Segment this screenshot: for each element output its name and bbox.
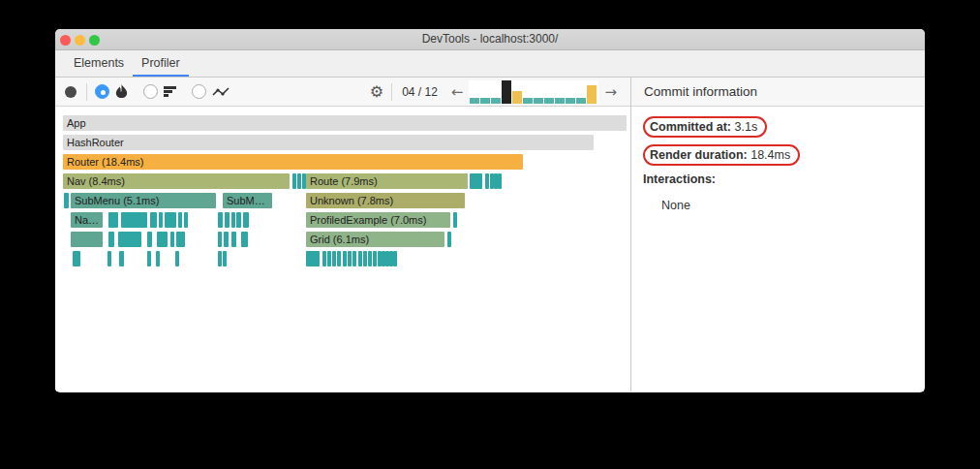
- flame-bar[interactable]: [498, 173, 502, 189]
- flame-bar-grid[interactable]: Grid (6.1ms): [306, 232, 444, 247]
- flame-bar-nav[interactable]: Nav (8.4ms): [63, 173, 290, 189]
- flame-bar-route[interactable]: Route (7.9ms): [306, 173, 468, 189]
- maximize-window-button[interactable]: [89, 35, 100, 46]
- flame-chart: AppHashRouterRouter (18.4ms)Nav (8.4ms)R…: [63, 115, 630, 391]
- flame-bar[interactable]: [358, 251, 362, 266]
- flame-bar[interactable]: [147, 232, 152, 247]
- commit-bar-2[interactable]: [480, 98, 490, 104]
- flame-bar[interactable]: [343, 251, 347, 266]
- commit-selector-chart: [469, 80, 598, 104]
- flame-bar[interactable]: [184, 212, 188, 228]
- render-duration-value: 18.4ms: [748, 148, 790, 162]
- flame-bar[interactable]: [223, 251, 227, 266]
- flame-bar[interactable]: [121, 212, 147, 228]
- flame-bar[interactable]: [218, 212, 223, 228]
- commit-bar-5[interactable]: [512, 91, 522, 104]
- next-commit-arrow[interactable]: →: [604, 83, 617, 101]
- flame-bar[interactable]: [352, 251, 356, 266]
- flame-bar[interactable]: [231, 212, 235, 228]
- flame-bar[interactable]: [241, 232, 248, 247]
- flame-bar[interactable]: [178, 212, 182, 228]
- flame-bar[interactable]: [470, 173, 482, 189]
- flame-bar[interactable]: [156, 251, 160, 266]
- flame-bar[interactable]: [157, 232, 168, 247]
- flame-bar[interactable]: [147, 251, 151, 266]
- settings-gear-icon[interactable]: ⚙: [370, 82, 383, 101]
- record-button[interactable]: [65, 86, 77, 98]
- flame-chart-area: AppHashRouterRouter (18.4ms)Nav (8.4ms)R…: [55, 107, 630, 391]
- flame-bar-hashrouter[interactable]: HashRouter: [63, 135, 594, 150]
- flame-bar[interactable]: [107, 251, 111, 266]
- flame-bar-profiledexample[interactable]: ProfiledExample (7.0ms): [306, 212, 450, 228]
- flame-bar[interactable]: [393, 251, 397, 266]
- flame-bar[interactable]: [297, 173, 301, 189]
- flame-bar[interactable]: [363, 251, 367, 266]
- flame-icon: [115, 84, 128, 99]
- flamegraph-radio[interactable]: [95, 84, 109, 99]
- flame-bar[interactable]: [292, 173, 296, 189]
- flame-bar[interactable]: [118, 232, 141, 247]
- close-window-button[interactable]: [60, 35, 71, 46]
- commit-bar-9[interactable]: [555, 98, 565, 104]
- flame-bar[interactable]: [71, 232, 103, 247]
- commit-info-panel: Commit information Committed at: 3.1s Re…: [631, 78, 924, 391]
- flame-bar-subm…[interactable]: SubM…: [223, 193, 272, 208]
- commit-bar-10[interactable]: [566, 98, 575, 104]
- flame-bar[interactable]: [159, 212, 163, 228]
- commit-bar-12[interactable]: [587, 85, 597, 104]
- commit-bar-11[interactable]: [576, 98, 586, 104]
- interactions-radio[interactable]: [192, 84, 206, 99]
- flame-bar[interactable]: [231, 232, 236, 247]
- commit-bar-3[interactable]: [491, 98, 501, 104]
- titlebar: DevTools - localhost:3000/: [55, 29, 925, 50]
- flame-bar[interactable]: [175, 251, 179, 266]
- commit-bar-6[interactable]: [523, 98, 533, 104]
- flame-bar[interactable]: [306, 251, 320, 266]
- flame-bar[interactable]: [453, 212, 457, 228]
- committed-at-line: Committed at: 3.1s: [643, 116, 912, 138]
- flame-bar-unknown[interactable]: Unknown (7.8ms): [306, 193, 465, 208]
- flame-bar[interactable]: [485, 173, 489, 189]
- flame-bar[interactable]: [218, 232, 222, 247]
- flame-bar-na…[interactable]: Na…: [71, 212, 103, 228]
- commit-bar-1[interactable]: [470, 98, 479, 104]
- flame-bar-app[interactable]: App: [63, 115, 627, 131]
- toolbar-divider2: [391, 83, 392, 101]
- previous-commit-arrow[interactable]: ←: [451, 83, 464, 101]
- flame-bar[interactable]: [73, 251, 80, 266]
- flame-bar[interactable]: [447, 232, 451, 247]
- flame-bar[interactable]: [236, 212, 241, 228]
- ranked-radio[interactable]: [143, 84, 158, 99]
- flame-bar[interactable]: [218, 251, 222, 266]
- flame-bar-router[interactable]: Router (18.4ms): [63, 154, 523, 170]
- flame-bar[interactable]: [348, 251, 352, 266]
- flame-bar[interactable]: [322, 251, 326, 266]
- render-duration-label: Render duration:: [650, 148, 748, 162]
- flame-bar[interactable]: [108, 212, 118, 228]
- flame-bar[interactable]: [176, 232, 185, 247]
- tab-elements[interactable]: Elements: [65, 50, 133, 77]
- tab-profiler[interactable]: Profiler: [133, 50, 189, 77]
- commit-bar-7[interactable]: [534, 98, 543, 104]
- flame-bar[interactable]: [337, 251, 341, 266]
- flame-bar[interactable]: [373, 251, 377, 266]
- flame-bar[interactable]: [225, 212, 230, 228]
- flame-bar[interactable]: [165, 212, 176, 228]
- flame-bar[interactable]: [224, 232, 229, 247]
- minimize-window-button[interactable]: [75, 35, 85, 46]
- flame-bar[interactable]: [64, 193, 69, 208]
- flame-bar[interactable]: [368, 251, 372, 266]
- flame-bar[interactable]: [150, 212, 157, 228]
- flame-bar[interactable]: [170, 232, 174, 247]
- flame-bar[interactable]: [119, 251, 124, 266]
- flame-bar-submenu[interactable]: SubMenu (5.1ms): [71, 193, 216, 208]
- flame-bar[interactable]: [243, 212, 249, 228]
- toolbar-divider: [86, 83, 87, 101]
- interactions-value: None: [661, 199, 912, 212]
- flame-bar[interactable]: [108, 232, 114, 247]
- flame-bar[interactable]: [327, 251, 331, 266]
- interactions-label: Interactions:: [643, 172, 912, 186]
- commit-bar-8[interactable]: [544, 98, 554, 104]
- flame-bar[interactable]: [332, 251, 336, 266]
- commit-bar-4[interactable]: [502, 80, 511, 104]
